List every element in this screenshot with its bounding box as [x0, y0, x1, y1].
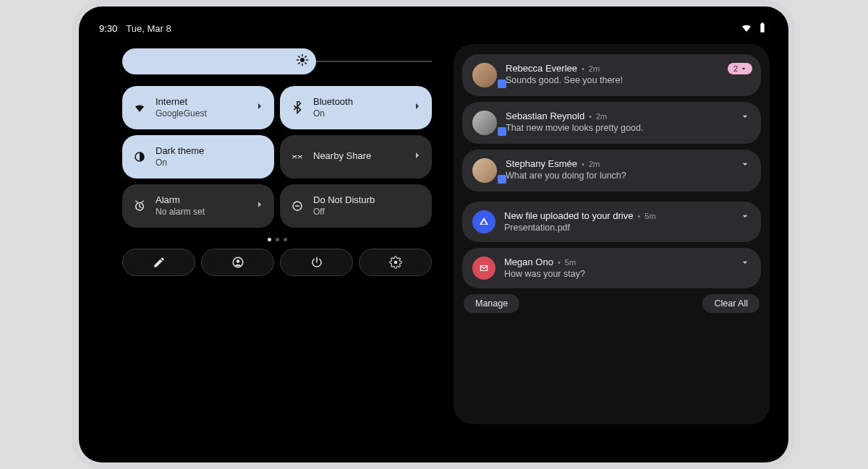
expand-button[interactable] [739, 111, 751, 122]
settings-button[interactable] [359, 249, 432, 276]
tablet-frame: 9:30 Tue, Mar 8 [72, 0, 795, 469]
screen: 9:30 Tue, Mar 8 [79, 7, 788, 462]
battery-icon [757, 22, 768, 35]
notification-title: New file uploaded to your drive [504, 210, 634, 221]
svg-point-6 [393, 261, 397, 264]
tile-label: Alarm [156, 194, 205, 206]
svg-point-0 [300, 58, 305, 62]
notification-item[interactable]: Megan Ono • 5m How was your stay? [462, 248, 761, 288]
expand-button[interactable] [739, 210, 751, 222]
brightness-slider[interactable] [122, 48, 432, 74]
drive-icon [472, 210, 495, 233]
notification-message: That new movie looks pretty good. [506, 123, 739, 133]
notification-title: Stephany Esmée [506, 158, 577, 169]
manage-button[interactable]: Manage [464, 294, 519, 313]
tile-alarm[interactable]: Alarm No alarm set [122, 184, 274, 228]
notification-time: 2m [589, 160, 600, 168]
tile-sublabel: No alarm set [156, 207, 205, 218]
expand-button[interactable] [739, 158, 751, 170]
notification-shade: Rebecca Everlee • 2m Sounds good. See yo… [454, 44, 770, 424]
avatar [472, 158, 497, 183]
tile-internet[interactable]: Internet GoogleGuest [122, 86, 274, 129]
tile-sublabel: On [156, 158, 204, 168]
notification-item[interactable]: Rebecca Everlee • 2m Sounds good. See yo… [462, 54, 761, 96]
tile-label: Internet [156, 96, 207, 108]
dnd-icon [290, 199, 305, 212]
nearby-share-icon [290, 150, 305, 163]
user-button[interactable] [201, 249, 274, 276]
wifi-icon [741, 22, 752, 35]
clear-all-button[interactable]: Clear All [702, 294, 760, 313]
edit-button[interactable] [122, 249, 195, 276]
tile-sublabel: On [313, 108, 353, 119]
notification-item[interactable]: Stephany Esmée • 2m What are you doing f… [462, 150, 761, 192]
tile-sublabel: Off [313, 207, 375, 218]
tile-bluetooth[interactable]: Bluetooth On [280, 86, 432, 129]
notification-title: Megan Ono [504, 257, 553, 267]
brightness-icon [296, 53, 309, 69]
notification-message: How was your stay? [504, 269, 739, 279]
page-indicator [122, 238, 432, 241]
expand-button[interactable] [739, 257, 751, 268]
dark-theme-icon [132, 150, 147, 163]
notification-title: Rebecca Everlee [506, 63, 577, 74]
notification-item[interactable]: Sebastian Reynold • 2m That new movie lo… [462, 102, 761, 144]
tile-dark-theme[interactable]: Dark theme On [122, 135, 274, 178]
notification-time: 5m [644, 212, 655, 220]
wifi-icon [132, 101, 147, 114]
tile-label: Dark theme [156, 145, 204, 157]
notification-time: 5m [565, 258, 576, 267]
avatar [472, 63, 497, 87]
avatar [472, 111, 497, 135]
tile-nearby-share[interactable]: Nearby Share [280, 135, 432, 178]
status-bar: 9:30 Tue, Mar 8 [79, 20, 788, 37]
tile-label: Do Not Disturb [313, 194, 375, 206]
notification-time: 2m [596, 112, 607, 121]
status-time: 9:30 [99, 23, 117, 34]
status-date: Tue, Mar 8 [126, 23, 171, 34]
notification-title: Sebastian Reynold [506, 111, 584, 121]
chevron-right-icon[interactable] [412, 100, 423, 115]
alarm-icon [132, 199, 147, 212]
power-button[interactable] [280, 249, 353, 276]
chevron-right-icon[interactable] [412, 150, 423, 164]
bluetooth-icon [290, 101, 305, 114]
mail-icon [472, 257, 495, 280]
svg-point-5 [236, 259, 239, 263]
notification-message: What are you doing for lunch? [506, 171, 739, 181]
chevron-right-icon[interactable] [254, 100, 265, 115]
notification-message: Sounds good. See you there! [506, 75, 751, 85]
tile-label: Nearby Share [313, 150, 371, 162]
notification-time: 2m [589, 64, 600, 73]
quick-settings-panel: Internet GoogleGuest Bluetooth On [122, 48, 432, 276]
tile-sublabel: GoogleGuest [156, 108, 207, 119]
tile-dnd[interactable]: Do Not Disturb Off [280, 184, 432, 228]
notification-item[interactable]: New file uploaded to your drive • 5m Pre… [462, 202, 761, 242]
tile-label: Bluetooth [313, 96, 353, 108]
notification-message: Presentation.pdf [504, 223, 739, 233]
chevron-down-icon [739, 64, 748, 73]
notification-count-badge[interactable]: 2 [728, 63, 752, 74]
chevron-right-icon[interactable] [254, 199, 265, 213]
